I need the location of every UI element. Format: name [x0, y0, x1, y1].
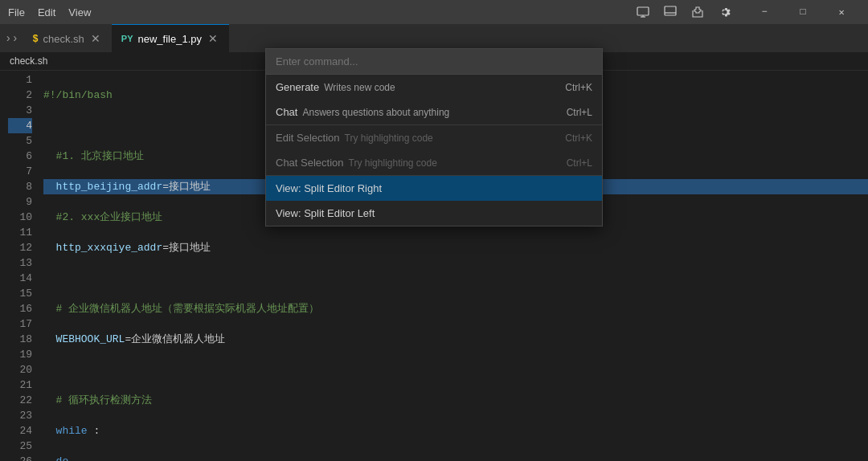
command-input[interactable]	[266, 49, 602, 75]
menu-view[interactable]: View	[68, 6, 91, 18]
menu-bar: File Edit View	[8, 6, 91, 18]
title-bar: File Edit View	[0, 0, 868, 24]
puzzle-icon[interactable]	[686, 1, 709, 23]
close-button[interactable]: ✕	[823, 0, 860, 24]
command-item-split-right[interactable]: View: Split Editor Right	[266, 176, 602, 201]
tab-close-bash[interactable]: ✕	[89, 32, 102, 45]
tab-new-file-py[interactable]: PY new_file_1.py ✕	[112, 24, 229, 52]
tab-scroll-left[interactable]: ››	[0, 24, 23, 52]
command-palette: Generate Writes new code Ctrl+K Chat Ans…	[265, 48, 603, 226]
menu-edit[interactable]: Edit	[38, 6, 55, 18]
gear-icon[interactable]	[714, 1, 736, 23]
line-numbers: 1 2 3 4 5 6 7 8 9 10 11 12 13 14 15 16 1…	[0, 71, 40, 461]
command-item-list: Generate Writes new code Ctrl+K Chat Ans…	[266, 75, 602, 226]
tab-close-py[interactable]: ✕	[207, 32, 219, 45]
menu-file[interactable]: File	[8, 6, 25, 18]
svg-rect-3	[665, 6, 676, 15]
command-item-chat-selection[interactable]: Chat Selection Try highlighting code Ctr…	[266, 150, 602, 175]
tab-icon-py: PY	[121, 34, 133, 43]
command-item-chat[interactable]: Chat Answers questions about anything Ct…	[266, 100, 602, 124]
tab-label: new_file_1.py	[138, 33, 203, 45]
monitor-icon[interactable]	[659, 1, 682, 23]
command-item-generate[interactable]: Generate Writes new code Ctrl+K	[266, 75, 602, 100]
screen-icon[interactable]	[632, 1, 654, 23]
command-item-split-left[interactable]: View: Split Editor Left	[266, 201, 602, 226]
tab-check-sh[interactable]: $ check.sh ✕	[23, 24, 112, 52]
main-area: Generate Writes new code Ctrl+K Chat Ans…	[0, 24, 868, 461]
command-item-edit-selection[interactable]: Edit Selection Try highlighting code Ctr…	[266, 125, 602, 150]
tab-icon-bash: $	[33, 33, 39, 44]
maximize-button[interactable]: □	[784, 0, 821, 24]
title-bar-icons	[632, 1, 736, 23]
minimize-button[interactable]: −	[746, 0, 783, 24]
window-controls: − □ ✕	[746, 0, 860, 24]
tab-label: check.sh	[43, 33, 84, 45]
svg-rect-0	[637, 7, 649, 15]
